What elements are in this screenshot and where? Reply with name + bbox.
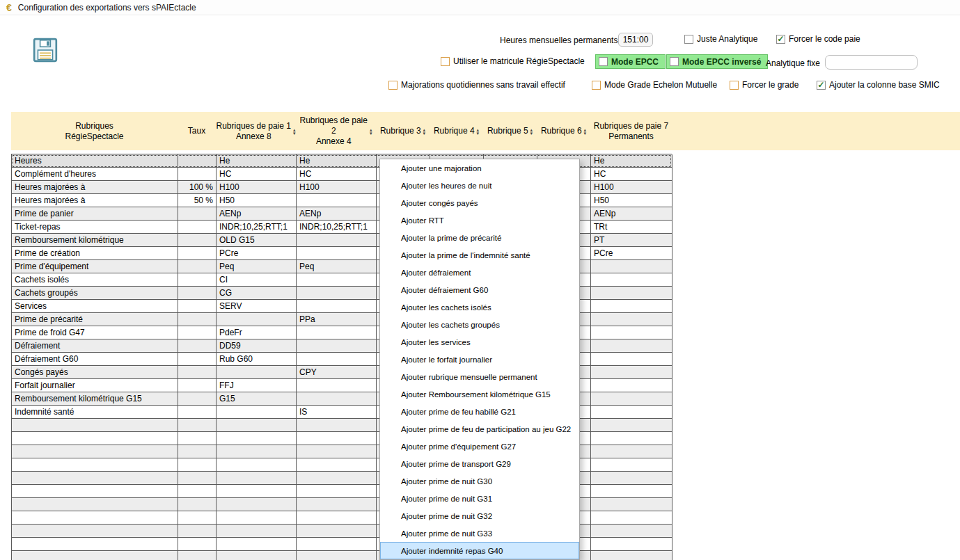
table-cell[interactable] — [178, 260, 217, 273]
table-cell[interactable] — [217, 313, 297, 326]
column-header-rubriques-de-paie-2[interactable]: Rubriques de paie 2 Annexe 4▴▾ — [296, 112, 376, 150]
table-cell[interactable]: Prime de création — [12, 247, 178, 260]
menu-item[interactable]: Ajouter prime de nuit G33 — [380, 525, 579, 542]
table-cell[interactable]: Ticket-repas — [12, 221, 178, 234]
table-cell[interactable] — [591, 511, 672, 525]
table-cell[interactable] — [12, 485, 178, 498]
table-cell[interactable]: PdeFr — [217, 326, 297, 339]
menu-item[interactable]: Ajouter prime de nuit G31 — [380, 490, 579, 507]
table-cell[interactable]: AENp — [297, 207, 377, 221]
table-cell[interactable] — [297, 287, 377, 300]
table-cell[interactable] — [591, 432, 672, 445]
table-cell[interactable]: Services — [12, 300, 178, 313]
table-cell[interactable] — [591, 538, 672, 551]
table-cell[interactable] — [178, 300, 217, 313]
table-cell[interactable] — [217, 458, 297, 472]
analytique-fixe-input[interactable] — [825, 55, 918, 70]
table-cell[interactable]: Complément d'heures — [12, 168, 178, 181]
table-cell[interactable]: DD59 — [217, 339, 297, 353]
table-cell[interactable]: AENp — [217, 207, 297, 221]
menu-item[interactable]: Ajouter RTT — [380, 211, 579, 229]
table-cell[interactable] — [591, 551, 672, 560]
table-cell[interactable] — [297, 379, 377, 392]
menu-item[interactable]: Ajouter la prime de l'indemnité santé — [380, 246, 579, 264]
table-cell[interactable] — [217, 366, 297, 379]
column-header-rubrique-3[interactable]: Rubrique 3▴▾ — [376, 112, 430, 150]
column-header-rubrique-5[interactable]: Rubrique 5▴▾ — [483, 112, 537, 150]
table-cell[interactable] — [591, 379, 672, 392]
table-cell[interactable] — [12, 551, 178, 560]
sort-arrows-icon[interactable]: ▴▾ — [370, 128, 372, 135]
table-cell[interactable]: CPY — [297, 366, 377, 379]
table-cell[interactable]: He — [217, 154, 297, 168]
table-cell[interactable] — [591, 392, 672, 406]
table-cell[interactable] — [217, 551, 297, 560]
table-cell[interactable] — [297, 511, 377, 525]
table-cell[interactable] — [178, 472, 217, 485]
table-cell[interactable] — [178, 392, 217, 406]
table-cell[interactable]: OLD G15 — [217, 234, 297, 247]
table-cell[interactable] — [12, 472, 178, 485]
table-cell[interactable]: Remboursement kilométrique G15 — [12, 392, 178, 406]
table-cell[interactable] — [297, 273, 377, 287]
table-cell[interactable]: PPa — [297, 313, 377, 326]
table-cell[interactable] — [591, 525, 672, 538]
table-cell[interactable] — [178, 511, 217, 525]
table-cell[interactable] — [178, 458, 217, 472]
menu-item[interactable]: Ajouter rubrique mensuelle permanent — [380, 368, 579, 385]
table-cell[interactable] — [591, 485, 672, 498]
table-cell[interactable] — [297, 472, 377, 485]
sort-arrows-icon[interactable]: ▴▾ — [584, 128, 587, 135]
menu-item[interactable]: Ajouter les services — [380, 333, 579, 351]
table-cell[interactable] — [591, 260, 672, 273]
table-cell[interactable] — [178, 326, 217, 339]
table-cell[interactable] — [297, 247, 377, 260]
table-cell[interactable] — [297, 445, 377, 458]
checkbox-juste-analytique[interactable]: Juste Analytique — [684, 34, 757, 44]
menu-item[interactable]: Ajouter indemnité repas G40 — [380, 542, 579, 559]
table-cell[interactable]: H50 — [591, 194, 672, 207]
menu-item[interactable]: Ajouter les cachets groupés — [380, 316, 579, 333]
menu-item[interactable]: Ajouter la prime de précarité — [380, 229, 579, 246]
table-cell[interactable]: He — [591, 154, 672, 168]
menu-item[interactable]: Ajouter prime de transport G29 — [380, 455, 579, 472]
menu-item[interactable]: Ajouter prime de nuit G32 — [380, 507, 579, 525]
table-cell[interactable] — [591, 445, 672, 458]
table-cell[interactable] — [12, 445, 178, 458]
table-cell[interactable] — [591, 472, 672, 485]
table-cell[interactable] — [12, 511, 178, 525]
table-cell[interactable]: Heures majorées à — [12, 194, 178, 207]
table-cell[interactable]: TRt — [591, 221, 672, 234]
table-cell[interactable] — [178, 247, 217, 260]
menu-item[interactable]: Ajouter Remboursement kilométrique G15 — [380, 385, 579, 403]
table-cell[interactable] — [12, 432, 178, 445]
menu-item[interactable]: Ajouter les heures de nuit — [380, 177, 579, 194]
table-cell[interactable] — [178, 353, 217, 366]
table-cell[interactable]: INDR;10,25;RTT;1 — [297, 221, 377, 234]
table-cell[interactable] — [297, 392, 377, 406]
table-cell[interactable]: Peq — [297, 260, 377, 273]
checkbox-ajouter-colonne-base-smic[interactable]: Ajouter la colonne base SMIC — [817, 80, 940, 90]
table-cell[interactable]: H50 — [217, 194, 297, 207]
table-cell[interactable] — [178, 498, 217, 511]
table-cell[interactable] — [12, 498, 178, 511]
table-cell[interactable]: PCre — [591, 247, 672, 260]
table-cell[interactable]: IS — [297, 406, 377, 419]
sort-arrows-icon[interactable]: ▴▾ — [477, 128, 480, 135]
table-cell[interactable] — [297, 458, 377, 472]
table-cell[interactable] — [178, 379, 217, 392]
heures-mensuelles-input[interactable] — [618, 33, 653, 47]
table-cell[interactable] — [297, 234, 377, 247]
table-cell[interactable]: Peq — [217, 260, 297, 273]
column-header-rubrique-4[interactable]: Rubrique 4▴▾ — [430, 112, 483, 150]
table-cell[interactable]: Remboursement kilométrique — [12, 234, 178, 247]
table-cell[interactable]: Forfait journalier — [12, 379, 178, 392]
table-cell[interactable] — [217, 498, 297, 511]
table-cell[interactable] — [178, 366, 217, 379]
table-cell[interactable]: Heures majorées à — [12, 181, 178, 194]
table-cell[interactable] — [217, 525, 297, 538]
table-cell[interactable]: H100 — [591, 181, 672, 194]
table-cell[interactable]: Rub G60 — [217, 353, 297, 366]
table-cell[interactable] — [297, 339, 377, 353]
table-cell[interactable] — [591, 458, 672, 472]
